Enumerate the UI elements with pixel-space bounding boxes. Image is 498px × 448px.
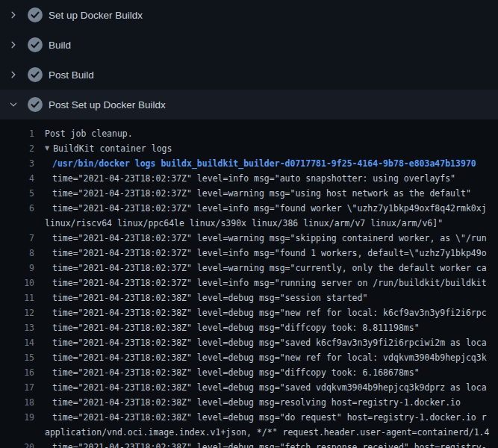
log-line: 12 time="2021-04-23T18:02:38Z" level=deb… [0,305,498,320]
log-line: 16 time="2021-04-23T18:02:38Z" level=deb… [0,365,498,380]
log-area[interactable]: 1 Post job cleanup. 2 ▼BuildKit containe… [0,119,498,448]
log-line-text: time="2021-04-23T18:02:37Z" level=info m… [34,276,487,290]
log-line-number[interactable]: 13 [0,320,34,335]
log-line: 11 time="2021-04-23T18:02:38Z" level=deb… [0,290,498,305]
log-line-number[interactable]: 4 [0,171,34,186]
chevron-right-icon [9,10,18,19]
log-line-text: time="2021-04-23T18:02:38Z" level=debug … [34,440,487,448]
log-line: 5 time="2021-04-23T18:02:37Z" level=warn… [0,186,498,201]
step-label: Post Build [49,69,94,81]
check-circle-icon [28,97,43,112]
log-line: 9 time="2021-04-23T18:02:37Z" level=warn… [0,261,498,276]
step-label: Post Set up Docker Buildx [49,99,166,111]
log-line-text: time="2021-04-23T18:02:38Z" level=debug … [34,410,487,425]
log-line: 4 time="2021-04-23T18:02:37Z" level=info… [0,171,498,186]
step-header-build[interactable]: Build [0,30,498,60]
log-line-text: time="2021-04-23T18:02:37Z" level=warnin… [34,186,471,201]
log-line-number[interactable]: 19 [0,410,34,425]
log-line-text: time="2021-04-23T18:02:37Z" level=warnin… [34,231,487,246]
log-line-number[interactable]: 7 [0,231,34,246]
log-line-number[interactable]: 12 [0,305,34,320]
log-line-number[interactable]: 18 [0,395,34,410]
log-line-text: time="2021-04-23T18:02:37Z" level=info m… [34,201,487,216]
log-line-number[interactable]: 17 [0,380,34,395]
log-line-number[interactable]: 5 [0,186,34,201]
step-label: Build [49,40,71,51]
log-line: 19 time="2021-04-23T18:02:38Z" level=deb… [0,410,498,425]
log-line-text: time="2021-04-23T18:02:38Z" level=debug … [34,305,487,320]
log-line: 15 time="2021-04-23T18:02:38Z" level=deb… [0,350,498,365]
check-circle-icon [28,67,43,82]
log-line-number[interactable]: 10 [0,276,34,290]
log-line: 6 time="2021-04-23T18:02:37Z" level=info… [0,201,498,216]
log-line-number[interactable] [0,425,34,440]
group-collapse-triangle-icon[interactable]: ▼ [34,141,49,156]
log-line[interactable]: 2 ▼BuildKit container logs [0,141,498,156]
chevron-down-icon [9,100,18,109]
log-line: linux/riscv64 linux/ppc64le linux/s390x … [0,216,498,231]
log-line-number[interactable]: 16 [0,365,34,380]
log-line-text: time="2021-04-23T18:02:37Z" level=info m… [34,171,455,186]
step-label: Set up Docker Buildx [49,10,143,21]
chevron-right-icon [9,70,18,79]
steps-list: Set up Docker Buildx Build Post Build Po… [0,0,498,119]
log-line: application/vnd.oci.image.index.v1+json,… [0,425,498,440]
log-line: 1 Post job cleanup. [0,126,498,141]
log-line: 8 time="2021-04-23T18:02:37Z" level=info… [0,246,498,261]
log-line-number[interactable]: 20 [0,440,34,448]
log-line-number[interactable]: 11 [0,290,34,305]
log-line: 3 /usr/bin/docker logs buildx_buildkit_b… [0,156,498,171]
step-header-post-set-up-docker-buildx[interactable]: Post Set up Docker Buildx [0,90,498,119]
log-line-number[interactable]: 14 [0,335,34,350]
log-line-text: time="2021-04-23T18:02:38Z" level=debug … [34,290,367,305]
log-line-text: BuildKit container logs [49,141,172,156]
log-line: 14 time="2021-04-23T18:02:38Z" level=deb… [0,335,498,350]
chevron-right-icon [9,40,18,49]
log-line-text: time="2021-04-23T18:02:38Z" level=debug … [34,335,487,350]
log-line-number[interactable]: 6 [0,201,34,216]
log-line-text: time="2021-04-23T18:02:38Z" level=debug … [34,350,487,365]
log-line-text: time="2021-04-23T18:02:38Z" level=debug … [34,320,420,335]
log-line-text: Post job cleanup. [34,126,133,141]
check-circle-icon [28,7,43,22]
log-line-number[interactable]: 8 [0,246,34,261]
log-line-text: time="2021-04-23T18:02:37Z" level=warnin… [34,261,487,276]
log-line-number[interactable]: 15 [0,350,34,365]
log-line: 18 time="2021-04-23T18:02:38Z" level=deb… [0,395,498,410]
log-line-number[interactable]: 9 [0,261,34,276]
log-line: 20 time="2021-04-23T18:02:38Z" level=deb… [0,440,498,448]
log-line-text: linux/riscv64 linux/ppc64le linux/s390x … [34,216,443,231]
log-line: 13 time="2021-04-23T18:02:38Z" level=deb… [0,320,498,335]
log-line-number[interactable]: 3 [0,156,34,171]
step-header-post-build[interactable]: Post Build [0,60,498,90]
step-header-set-up-docker-buildx[interactable]: Set up Docker Buildx [0,0,498,30]
log-line-text: /usr/bin/docker logs buildx_buildkit_bui… [34,156,476,171]
log-line: 17 time="2021-04-23T18:02:38Z" level=deb… [0,380,498,395]
log-line-number[interactable] [0,216,34,231]
log-line-number[interactable]: 2 [0,141,34,156]
log-line-number[interactable]: 1 [0,126,34,141]
check-circle-icon [28,37,43,52]
log-line-text: time="2021-04-23T18:02:37Z" level=info m… [34,246,487,261]
log-line-text: time="2021-04-23T18:02:38Z" level=debug … [34,380,487,395]
log-line-text: time="2021-04-23T18:02:38Z" level=debug … [34,395,461,410]
log-line: 7 time="2021-04-23T18:02:37Z" level=warn… [0,231,498,246]
log-line-text: time="2021-04-23T18:02:38Z" level=debug … [34,365,420,380]
log-line-text: application/vnd.oci.image.index.v1+json,… [34,425,489,440]
log-line: 10 time="2021-04-23T18:02:37Z" level=inf… [0,276,498,290]
